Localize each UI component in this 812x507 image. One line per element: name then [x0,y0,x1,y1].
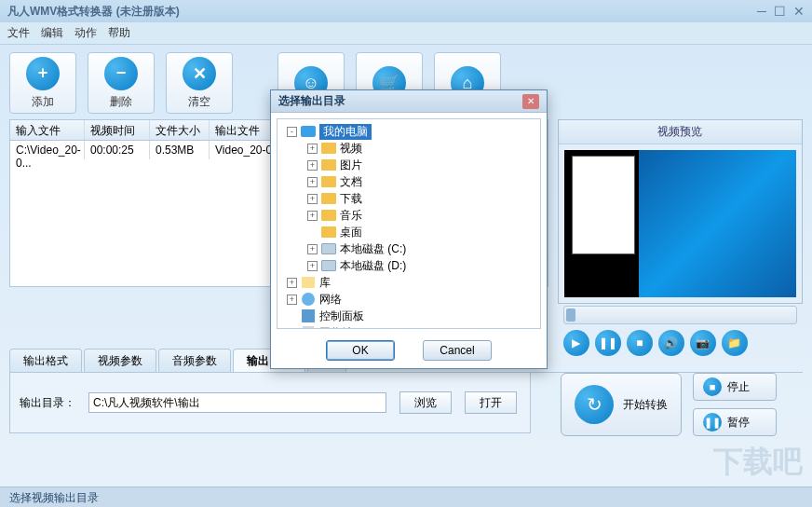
folder-icon [321,175,336,188]
menu-action[interactable]: 动作 [74,25,97,41]
dialog-buttons: OK Cancel [271,335,547,366]
tree-node-label: 音乐 [340,208,362,224]
disk-icon [321,242,336,255]
output-dir-label: 输出目录： [20,395,75,411]
dialog-ok-button[interactable]: OK [326,340,395,361]
cell-duration: 00:00:25 [85,141,150,159]
dialog-title: 选择输出目录 [278,93,345,109]
tree-node[interactable]: +本地磁盘 (C:) [279,240,538,257]
disk-icon [321,259,336,272]
expander-icon[interactable]: + [307,211,318,221]
tree-node-label: 本地磁盘 (C:) [340,241,406,257]
status-bar: 选择视频输出目录 [0,486,812,507]
tree-node[interactable]: +本地磁盘 (D:) [279,257,538,274]
tab-video-params[interactable]: 视频参数 [84,349,156,372]
expander-icon[interactable]: + [307,244,318,254]
th-input[interactable]: 输入文件 [10,120,85,140]
stop-button[interactable]: ■ [627,330,653,356]
delete-button[interactable]: − 删除 [88,52,155,114]
play-button[interactable]: ▶ [563,330,589,356]
tree-node-label: 回收站 [319,325,353,330]
tree-node[interactable]: 回收站 [279,324,538,329]
menu-edit[interactable]: 编辑 [41,25,63,41]
maximize-icon[interactable]: ☐ [774,4,786,19]
expander-icon[interactable]: - [287,127,297,137]
expander-icon[interactable]: + [287,295,297,305]
tree-node-label: 控制面板 [319,308,364,324]
right-actions: ↻ 开始转换 ■ 停止 ❚❚ 暂停 [561,373,793,436]
minimize-icon[interactable]: ─ [757,4,766,19]
output-dir-input[interactable] [88,392,386,413]
monitor-icon [301,125,316,138]
expander-icon[interactable]: + [307,160,318,171]
tree-node-label: 我的电脑 [319,124,372,140]
tree-node-label: 本地磁盘 (D:) [340,258,406,274]
status-text: 选择视频输出目录 [9,491,99,504]
folder-icon [321,226,336,239]
dialog-titlebar[interactable]: 选择输出目录 ✕ [271,90,547,113]
volume-button[interactable]: 🔊 [658,330,684,356]
th-duration[interactable]: 视频时间 [85,120,150,140]
tree-node-label: 桌面 [340,225,362,240]
window-controls: ─ ☐ ✕ [757,4,805,19]
snapshot-button[interactable]: 📷 [690,330,716,356]
dialog-close-button[interactable]: ✕ [522,94,539,109]
pause-icon: ❚❚ [703,413,722,432]
preview-screen[interactable] [564,150,796,297]
add-button[interactable]: + 添加 [9,52,76,114]
expander-icon[interactable]: + [307,261,318,271]
seek-slider[interactable] [563,306,797,324]
preview-panel: 视频预览 [558,119,803,304]
lib-icon [301,276,316,289]
open-button[interactable]: 打开 [465,391,517,414]
tree-node[interactable]: 控制面板 [279,308,538,324]
close-icon[interactable]: ✕ [793,4,805,19]
browse-button[interactable]: 浏览 [399,391,452,414]
menu-help[interactable]: 帮助 [108,25,130,41]
tree-node[interactable]: +图片 [279,157,538,173]
preview-title: 视频预览 [559,120,802,144]
expander-icon[interactable]: + [287,278,297,288]
tab-audio-params[interactable]: 音频参数 [158,349,231,372]
tree-node-label: 文档 [340,174,362,190]
tab-output-format[interactable]: 输出格式 [9,349,82,372]
stop-convert-button[interactable]: ■ 停止 [693,373,777,401]
start-convert-button[interactable]: ↻ 开始转换 [561,373,682,436]
tree-node-label: 网络 [319,292,342,308]
tree-node[interactable]: -我的电脑 [279,123,538,140]
folder-dialog: 选择输出目录 ✕ -我的电脑+视频+图片+文档+下载+音乐桌面+本地磁盘 (C:… [270,89,548,369]
folder-icon [321,209,336,222]
tree-node[interactable]: +音乐 [279,207,538,224]
tree-node[interactable]: 桌面 [279,224,538,240]
tree-node-label: 视频 [340,141,362,157]
app-title: 凡人WMV格式转换器 (未注册版本) [7,4,180,20]
th-size[interactable]: 文件大小 [150,120,210,140]
titlebar: 凡人WMV格式转换器 (未注册版本) ─ ☐ ✕ [0,0,812,22]
menubar: 文件 编辑 动作 帮助 [0,22,812,45]
tree-node[interactable]: +文档 [279,173,538,190]
pause-convert-button[interactable]: ❚❚ 暂停 [693,408,777,436]
clear-label: 清空 [188,94,210,110]
x-icon: ✕ [183,57,216,90]
ctrl-icon [301,309,316,322]
add-label: 添加 [32,94,54,110]
menu-file[interactable]: 文件 [7,25,30,41]
tree-node[interactable]: +库 [279,274,538,291]
tree-node-label: 图片 [340,158,362,173]
tree-node[interactable]: +网络 [279,291,538,308]
folder-tree[interactable]: -我的电脑+视频+图片+文档+下载+音乐桌面+本地磁盘 (C:)+本地磁盘 (D… [277,118,541,329]
open-folder-button[interactable]: 📁 [722,330,748,356]
cell-input: C:\Video_20-0... [10,141,85,159]
expander-icon[interactable]: + [307,144,318,154]
expander-icon[interactable]: + [307,177,318,187]
plus-icon: + [26,57,60,90]
clear-button[interactable]: ✕ 清空 [166,52,233,114]
tree-node[interactable]: +下载 [279,190,538,207]
expander-icon[interactable]: + [307,194,318,204]
watermark: 下载吧 [713,442,803,483]
preview-controls: ▶ ❚❚ ■ 🔊 📷 📁 [558,326,803,360]
tree-node-label: 下载 [340,191,362,207]
tree-node[interactable]: +视频 [279,140,538,157]
pause-button[interactable]: ❚❚ [595,330,621,356]
dialog-cancel-button[interactable]: Cancel [423,340,492,361]
